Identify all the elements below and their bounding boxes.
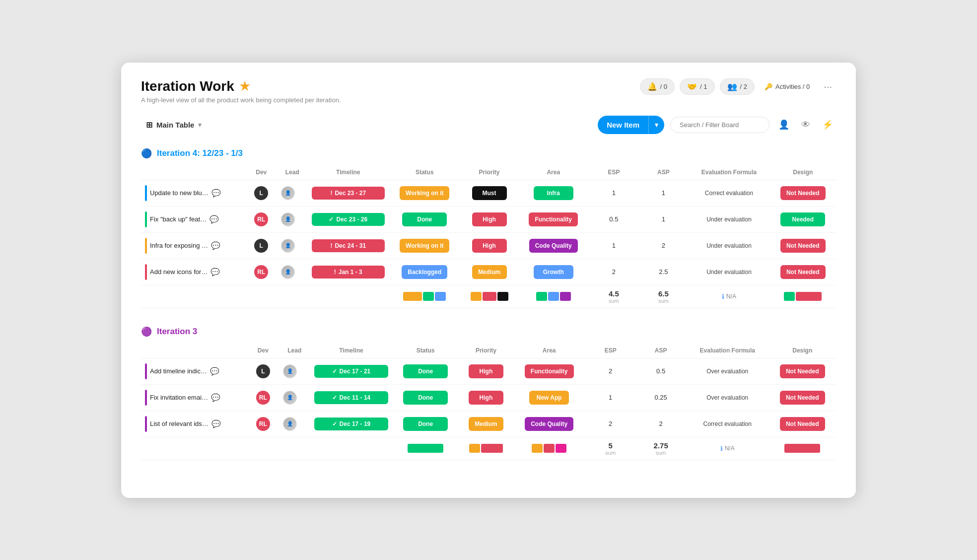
dev-avatar[interactable]: RL — [256, 391, 270, 405]
status-badge[interactable]: Done — [402, 212, 447, 226]
comment-icon[interactable]: 💬 — [209, 215, 219, 224]
comment-icon[interactable]: 💬 — [211, 241, 220, 250]
summary-priority-bars — [459, 437, 513, 460]
area-badge[interactable]: Infra — [534, 186, 573, 200]
dev-avatar[interactable]: RL — [256, 417, 270, 431]
asp-cell: 2.5 — [638, 259, 688, 285]
dev-avatar[interactable]: L — [254, 186, 268, 200]
item-cell: Add timeline indic…💬 — [141, 358, 247, 384]
design-badge[interactable]: Needed — [780, 212, 825, 226]
status-cell: Done — [389, 206, 461, 232]
status-badge[interactable]: Done — [403, 417, 448, 431]
priority-badge[interactable]: Must — [472, 186, 507, 200]
app-container: Iteration Work ★ A high-level view of al… — [121, 63, 856, 498]
new-item-label[interactable]: New Item — [598, 116, 648, 134]
lead-avatar[interactable]: 👤 — [283, 364, 297, 378]
status-badge[interactable]: Working on it — [400, 239, 449, 253]
user-icon-button[interactable]: 👤 — [775, 116, 792, 133]
design-badge[interactable]: Not Needed — [780, 364, 825, 378]
main-table-label: Main Table — [156, 121, 194, 129]
design-badge[interactable]: Not Needed — [780, 265, 826, 279]
comment-icon[interactable]: 💬 — [211, 393, 220, 402]
status-badge[interactable]: Done — [403, 391, 448, 405]
design-badge[interactable]: Not Needed — [780, 239, 826, 253]
priority-badge[interactable]: High — [472, 239, 507, 253]
col-header-lead: Lead — [277, 165, 308, 180]
area-badge[interactable]: Growth — [534, 265, 573, 279]
area-cell: New App — [513, 384, 585, 411]
lead-avatar[interactable]: 👤 — [281, 265, 295, 279]
asp-cell: 1 — [638, 180, 688, 206]
area-bar — [556, 444, 566, 453]
iteration-toggle-icon[interactable]: 🟣 — [141, 326, 152, 337]
priority-badge[interactable]: High — [472, 212, 507, 226]
area-badge[interactable]: Functionality — [525, 364, 574, 378]
activities-button[interactable]: 🔑 Activities / 0 — [760, 80, 815, 93]
comment-icon[interactable]: 💬 — [211, 420, 221, 428]
filter-icon-button[interactable]: ⚡ — [819, 116, 836, 133]
timeline-badge[interactable]: ✓Dec 17 - 21 — [314, 365, 388, 378]
summary-status-bars — [392, 437, 459, 460]
design-badge[interactable]: Not Needed — [780, 417, 825, 431]
star-icon[interactable]: ★ — [239, 79, 250, 93]
more-options-button[interactable]: ··· — [820, 79, 836, 94]
main-table-button[interactable]: ⊞ Main Table ▾ — [141, 117, 207, 133]
timeline-badge[interactable]: !Dec 24 - 31 — [312, 239, 385, 252]
area-badge[interactable]: Functionality — [529, 212, 578, 226]
area-badge[interactable]: Code Quality — [525, 417, 573, 431]
na-text: N/A — [725, 445, 735, 452]
status-badge[interactable]: Done — [403, 364, 448, 378]
design-badge[interactable]: Not Needed — [780, 186, 826, 200]
area-cell: Code Quality — [513, 411, 585, 437]
row-color-bar — [145, 363, 147, 379]
dev-avatar[interactable]: L — [254, 239, 268, 253]
comment-icon[interactable]: 💬 — [210, 268, 220, 277]
new-item-button[interactable]: New Item ▾ — [598, 116, 664, 134]
priority-badge[interactable]: High — [469, 364, 503, 378]
dev-avatar[interactable]: RL — [254, 212, 268, 226]
col-header-design: Design — [770, 165, 836, 180]
search-input[interactable] — [670, 117, 769, 133]
timeline-badge[interactable]: ✓Dec 11 - 14 — [314, 391, 388, 404]
lead-avatar[interactable]: 👤 — [281, 186, 295, 200]
notification-stat[interactable]: 🔔 / 0 — [640, 78, 675, 95]
priority-badge[interactable]: High — [469, 391, 503, 405]
priority-badge[interactable]: Medium — [469, 417, 503, 431]
item-cell: List of relevant ids…💬 — [141, 411, 247, 437]
priority-badge[interactable]: Medium — [472, 265, 507, 279]
lead-avatar[interactable]: 👤 — [283, 417, 297, 431]
design-badge[interactable]: Not Needed — [780, 391, 825, 405]
members-stat[interactable]: 👥 / 2 — [720, 78, 755, 95]
timeline-badge[interactable]: !Dec 23 - 27 — [312, 187, 385, 200]
lead-avatar[interactable]: 👤 — [281, 239, 295, 253]
area-bar — [544, 444, 555, 453]
area-badge[interactable]: New App — [529, 391, 569, 405]
design-cell: Not Needed — [769, 358, 836, 384]
iteration-title[interactable]: Iteration 3 — [157, 327, 197, 337]
status-bar — [423, 292, 434, 301]
lead-avatar[interactable]: 👤 — [283, 391, 297, 405]
iteration-title[interactable]: Iteration 4: 12/23 - 1/3 — [157, 148, 243, 158]
area-badge[interactable]: Code Quality — [529, 239, 578, 253]
col-header-asp: ASP — [635, 343, 686, 358]
new-item-dropdown-arrow[interactable]: ▾ — [648, 116, 664, 134]
eval-text: Correct evaluation — [703, 420, 752, 427]
status-badge[interactable]: Backlogged — [402, 265, 447, 279]
status-badge[interactable]: Working on it — [400, 186, 449, 200]
item-cell: Fix "back up" feat…💬 — [141, 206, 246, 232]
dev-avatar[interactable]: L — [256, 364, 270, 378]
lead-cell: 👤 — [277, 206, 308, 232]
asp-cell: 2 — [635, 411, 686, 437]
dev-avatar[interactable]: RL — [254, 265, 268, 279]
iteration-toggle-icon[interactable]: 🔵 — [141, 148, 152, 159]
timeline-text: Dec 23 - 27 — [335, 190, 366, 197]
timeline-badge[interactable]: !Jan 1 - 3 — [312, 266, 385, 279]
comment-icon[interactable]: 💬 — [210, 367, 219, 376]
invite-stat[interactable]: 🤝 / 1 — [680, 78, 714, 95]
lead-avatar[interactable]: 👤 — [281, 212, 295, 226]
eye-icon-button[interactable]: 👁 — [798, 117, 813, 133]
members-count: / 2 — [740, 83, 747, 90]
timeline-badge[interactable]: ✓Dec 23 - 26 — [312, 213, 385, 226]
comment-icon[interactable]: 💬 — [211, 189, 221, 198]
timeline-badge[interactable]: ✓Dec 17 - 19 — [314, 418, 388, 430]
